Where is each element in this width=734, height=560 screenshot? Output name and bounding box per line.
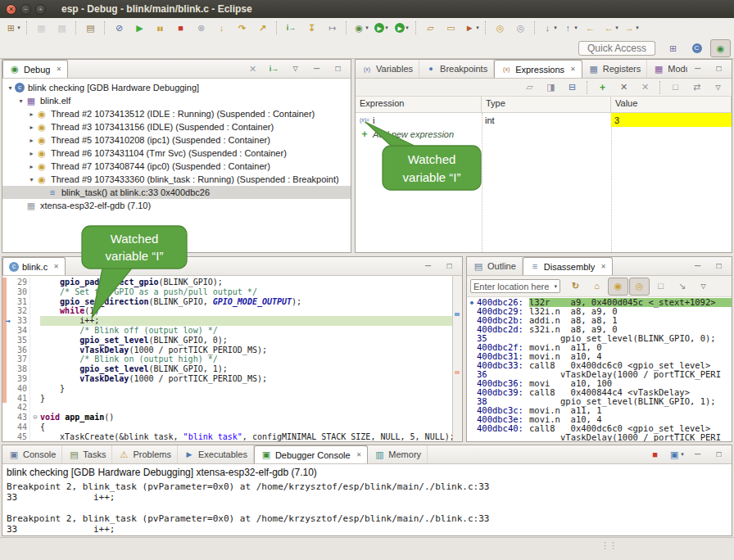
debug-tree-item[interactable]: ▸◉Thread #6 1073431104 (Tmr Svc) (Suspen… <box>2 147 351 160</box>
save-all-button[interactable]: ▩ <box>52 19 72 37</box>
editor-line-30[interactable]: 30 /* Set the GPIO as a push/pull output… <box>2 287 462 297</box>
expressions-view-menu-button[interactable]: ▽ <box>708 79 728 97</box>
dropdown-arrow-icon[interactable]: ▾ <box>365 25 369 31</box>
tab-console[interactable]: ▣Console <box>2 445 62 463</box>
add-expression-row[interactable]: +Add new expression <box>356 127 732 141</box>
dropdown-arrow-icon[interactable]: ▾ <box>615 25 618 31</box>
code-text[interactable]: xTaskCreate(&blink_task, "blink_task", c… <box>40 432 462 441</box>
close-icon[interactable]: ✕ <box>600 263 606 270</box>
code-text[interactable]: vTaskDelay(1000 / portTICK_PERIOD_MS); <box>40 374 462 384</box>
step-over-button[interactable]: ↷ <box>232 19 252 37</box>
disconnect-button[interactable]: ⊗ <box>191 19 211 37</box>
disasm-refresh-button[interactable]: ↻ <box>565 278 586 296</box>
editor-line-44[interactable]: 44{ <box>2 422 462 432</box>
step-return-button[interactable]: ↗ <box>252 19 273 37</box>
debug-tree-item[interactable]: ▸◉Thread #3 1073413156 (IDLE) (Suspended… <box>2 120 351 133</box>
back-button[interactable]: ←▾ <box>600 19 621 37</box>
remove-selected-expressions-button[interactable]: ✕ <box>614 79 634 97</box>
debug-button[interactable]: ◉▾ <box>351 19 371 37</box>
expression-row[interactable]: (x)=iint3 <box>356 113 732 127</box>
next-annotation-button[interactable]: ↓▾ <box>539 19 560 37</box>
tab-outline[interactable]: ▤Outline <box>467 257 523 275</box>
editor-line-31[interactable]: 31 gpio_set_direction(BLINK_GPIO, GPIO_M… <box>2 297 462 307</box>
code-text[interactable]: { <box>40 422 462 432</box>
editor-overview-ruler[interactable] <box>452 276 462 441</box>
code-text[interactable]: i++; <box>40 316 462 326</box>
code-text[interactable]: } <box>40 394 462 404</box>
external-tools-button[interactable]: ▶▾ <box>392 19 412 37</box>
display-selected-console-button[interactable]: ▣▾ <box>666 445 686 463</box>
new-button[interactable]: ⊞▾ <box>2 19 23 37</box>
window-close-button[interactable]: ✕ <box>6 4 16 15</box>
open-perspective-button[interactable]: ⊞ <box>663 39 683 57</box>
save-button[interactable]: ▦ <box>31 19 52 37</box>
dropdown-arrow-icon[interactable]: ▾ <box>636 25 639 31</box>
close-icon[interactable]: ✕ <box>56 65 61 73</box>
editor-line-38[interactable]: 38 gpio_set_level(BLINK_GPIO, 1); <box>2 364 462 374</box>
editor-maximize-button[interactable]: □ <box>439 257 460 275</box>
editor-line-45[interactable]: 45 xTaskCreate(&blink_task, "blink_task"… <box>2 432 462 441</box>
editor-line-32[interactable]: 32 while(1) <box>2 306 462 316</box>
tab-executables[interactable]: ▶Executables <box>178 445 254 463</box>
editor-line-37[interactable]: 37 /* Blink on (output high) */ <box>2 355 462 364</box>
remove-all-terminated-button[interactable]: ✕ <box>242 60 263 78</box>
code-text[interactable]: gpio_set_level(BLINK_GPIO, 0); <box>40 336 462 345</box>
close-icon[interactable]: ✕ <box>570 65 576 73</box>
tab-debug[interactable]: ◉Debug✕ <box>2 60 68 78</box>
cpp-perspective-button[interactable]: C <box>686 39 707 57</box>
combo-arrow-icon[interactable]: ▾ <box>554 283 557 290</box>
expressions-maximize-button[interactable]: □ <box>709 60 729 78</box>
forward-button[interactable]: →▾ <box>621 19 641 37</box>
show-source-toggle[interactable]: ◉ <box>608 278 628 296</box>
expression-cell[interactable]: (x)=i <box>356 113 482 127</box>
code-text[interactable]: gpio_pad_select_gpio(BLINK_GPIO); <box>40 278 462 287</box>
debug-maximize-button[interactable]: □ <box>328 60 348 78</box>
add-expression-cell[interactable]: +Add new expression <box>356 127 482 141</box>
step-into-button[interactable]: ↓ <box>211 19 232 37</box>
open-type-button[interactable]: ◎ <box>510 19 531 37</box>
code-text[interactable]: void app_main() <box>40 413 462 422</box>
previous-annotation-button[interactable]: ↑▾ <box>560 19 580 37</box>
dropdown-arrow-icon[interactable]: ▾ <box>574 25 578 31</box>
instruction-stepping-button[interactable]: i→ <box>281 19 301 37</box>
tab-variables[interactable]: (x)Variables <box>356 60 419 78</box>
debug-tree-item[interactable]: ≡blink_task() at blink.c:33 0x400dbc26 <box>2 186 351 199</box>
code-text[interactable]: gpio_set_level(BLINK_GPIO, 1); <box>40 364 462 374</box>
search-button[interactable]: ◎ <box>490 19 510 37</box>
code-text[interactable]: vTaskDelay(1000 / portTICK_PERIOD_MS); <box>40 345 462 355</box>
tab-disassembly[interactable]: ≡Disassembly✕ <box>523 257 613 275</box>
edit-watch-button[interactable]: ▱ <box>519 79 540 97</box>
collapse-all-button[interactable]: ⊟ <box>562 79 582 97</box>
dropdown-arrow-icon[interactable]: ▾ <box>385 25 388 31</box>
tab-breakpoints[interactable]: ●Breakpoints <box>419 60 494 78</box>
code-text[interactable]: /* Blink on (output high) */ <box>40 355 462 364</box>
disasm-new-view-button[interactable]: □ <box>650 278 671 296</box>
instruction-stepping-toggle[interactable]: i→ <box>264 60 284 78</box>
code-text[interactable]: /* Set the GPIO as a push/pull output */ <box>40 287 462 297</box>
debug-tree-item[interactable]: ▾cblink checking [GDB Hardware Debugging… <box>2 81 351 94</box>
overview-change-marker[interactable] <box>455 371 460 374</box>
skip-all-breakpoints-button[interactable]: ⊘ <box>109 19 129 37</box>
add-watch-expression-button[interactable]: + <box>592 79 613 97</box>
tree-collapsed-icon[interactable]: ▸ <box>27 150 36 157</box>
console-content[interactable]: blink checking [GDB Hardware Debugging] … <box>2 464 732 535</box>
value-cell[interactable]: 3 <box>611 113 732 127</box>
dropdown-arrow-icon[interactable]: ▾ <box>17 25 20 31</box>
resume-button[interactable]: ▶ <box>129 19 150 37</box>
code-text[interactable] <box>40 403 462 413</box>
dropdown-arrow-icon[interactable]: ▾ <box>476 25 479 31</box>
last-edit-location-button[interactable]: ← <box>580 19 600 37</box>
column-header-expression[interactable]: Expression <box>356 97 482 112</box>
fold-collapse-icon[interactable]: ⊖ <box>29 413 40 422</box>
debug-tree-item[interactable]: ▾▦blink.elf <box>2 94 351 107</box>
code-text[interactable]: } <box>40 384 462 394</box>
debug-minimize-button[interactable]: ─ <box>306 60 327 78</box>
editor-line-43[interactable]: 43⊖void app_main() <box>2 413 462 422</box>
drop-to-frame-button[interactable]: ↧ <box>301 19 322 37</box>
disassembly-maximize-button[interactable]: □ <box>709 257 729 275</box>
editor-line-36[interactable]: 36 vTaskDelay(1000 / portTICK_PERIOD_MS)… <box>2 345 462 355</box>
editor-line-33[interactable]: →33 i++; <box>2 316 462 326</box>
disassembly-minimize-button[interactable]: ─ <box>687 257 708 275</box>
dropdown-arrow-icon[interactable]: ▾ <box>554 25 557 31</box>
editor-line-29[interactable]: 29 gpio_pad_select_gpio(BLINK_GPIO); <box>2 278 462 287</box>
